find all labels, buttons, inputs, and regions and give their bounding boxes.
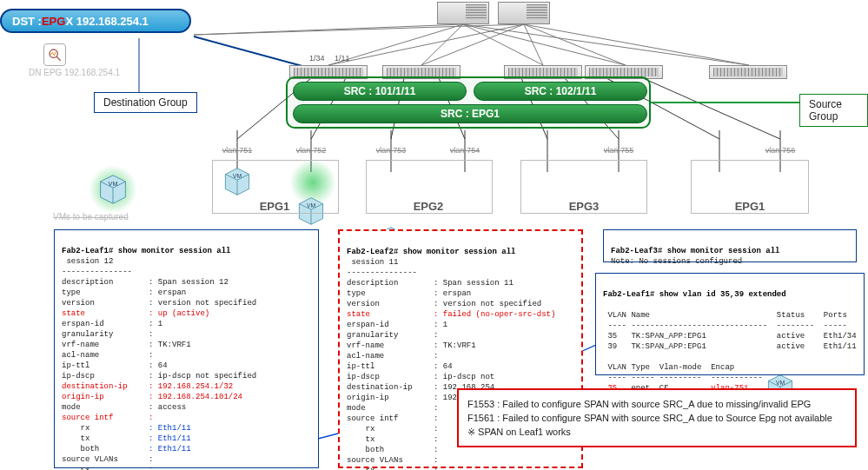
leaf-5 bbox=[709, 65, 787, 79]
fault-callout: F1553 : Failed to configure SPAN with so… bbox=[457, 388, 857, 447]
src-epg-capsule: SRC : EPG1 bbox=[293, 104, 647, 123]
port-label-111: 1/11 bbox=[335, 54, 350, 63]
svg-line-28 bbox=[643, 78, 780, 139]
port-label-134: 1/34 bbox=[309, 54, 325, 63]
svg-line-9 bbox=[524, 24, 543, 65]
svg-line-7 bbox=[328, 24, 524, 65]
vlan-hdr1: VLAN Name Status Ports bbox=[603, 311, 847, 320]
svg-line-5 bbox=[463, 24, 749, 65]
vlan-hdr2: VLAN Type Vlan-mode Encap bbox=[603, 363, 734, 372]
vlan-751: vlan-751 bbox=[220, 146, 255, 155]
src-a-capsule: SRC : 101/1/11 bbox=[293, 82, 467, 101]
callout-source-group: Source Group bbox=[799, 94, 868, 127]
svg-line-2 bbox=[421, 24, 463, 65]
dst-epg: EPG bbox=[42, 15, 65, 28]
callout-destination-group: Destination Group bbox=[94, 92, 197, 113]
vlan-r2: 39 TK:SPAN_APP:EPG1 active Eth1/11 bbox=[603, 342, 857, 351]
vlan-752: vlan-752 bbox=[294, 146, 328, 155]
leaf2-cmd: Fab2-Leaf2# show monitor session all bbox=[347, 248, 515, 256]
spine-1 bbox=[437, 2, 489, 24]
leaf3-cmd: Fab2-Leaf3# show monitor session all bbox=[611, 247, 779, 255]
leaf1-session: session 12 bbox=[62, 257, 113, 266]
vm-sample-icon bbox=[97, 174, 129, 207]
fault-f1561: F1561 : Failed to configure SPAN with so… bbox=[467, 411, 846, 425]
leaf3-note: Note: No sessions configured bbox=[611, 257, 742, 266]
svg-line-6 bbox=[194, 24, 524, 35]
epg3-box bbox=[520, 160, 647, 214]
dn-label: DN EPG 192.168.254.1 bbox=[29, 68, 120, 77]
analyzer-icon bbox=[43, 43, 66, 66]
dst-rest: X 192.168.254.1 bbox=[65, 15, 148, 28]
spine-2 bbox=[498, 2, 550, 24]
fault-note: ※ SPAN on Leaf1 works bbox=[467, 425, 846, 439]
vlan-r1: 35 TK:SPAN_APP:EPG1 active Eth1/34 bbox=[603, 332, 857, 341]
vlan-terminal: Fab2-Leaf1# show vlan id 35,39 extended … bbox=[595, 273, 865, 375]
svg-line-33 bbox=[56, 56, 61, 61]
svg-line-0 bbox=[194, 24, 463, 35]
dst-prefix: DST : bbox=[12, 15, 42, 28]
vlan-cmd: Fab2-Leaf1# show vlan id 35,39 extended bbox=[603, 290, 786, 299]
svg-line-11 bbox=[524, 24, 749, 65]
epg2-box bbox=[366, 160, 493, 214]
leaf1-cmd: Fab2-Leaf1# show monitor session all bbox=[62, 247, 230, 255]
vm-caption: VMs to be captured bbox=[53, 212, 129, 222]
callout-source-text: Source Group bbox=[809, 98, 842, 122]
leaf2-session: session 11 bbox=[347, 258, 398, 267]
leaf2-divider: --------------- bbox=[347, 268, 417, 277]
source-group-box: SRC : 101/1/11 SRC : 102/1/11 SRC : EPG1 bbox=[286, 76, 651, 129]
svg-line-10 bbox=[524, 24, 626, 65]
svg-line-4 bbox=[463, 24, 626, 65]
dst-capsule: DST : EPG X 192.168.254.1 bbox=[0, 9, 191, 33]
vlan-754: vlan-754 bbox=[447, 146, 482, 155]
epg1-box-b bbox=[691, 160, 809, 214]
svg-line-8 bbox=[421, 24, 524, 65]
fault-f1553: F1553 : Failed to configure SPAN with so… bbox=[467, 397, 846, 411]
src-b-capsule: SRC : 102/1/11 bbox=[474, 82, 647, 101]
callout-destination-text: Destination Group bbox=[103, 96, 188, 109]
vlan-756: vlan-756 bbox=[763, 146, 798, 155]
epg1-box-a bbox=[212, 160, 339, 214]
leaf1-rows: description: Span session 12type: erspan… bbox=[62, 277, 311, 470]
vlan-755: vlan-755 bbox=[601, 146, 636, 155]
svg-line-3 bbox=[463, 24, 543, 65]
vlan-753: vlan-753 bbox=[374, 146, 408, 155]
leaf1-terminal: Fab2-Leaf1# show monitor session all ses… bbox=[54, 229, 319, 468]
leaf1-divider: --------------- bbox=[62, 268, 132, 276]
leaf3-terminal: Fab2-Leaf3# show monitor session all Not… bbox=[603, 229, 857, 262]
